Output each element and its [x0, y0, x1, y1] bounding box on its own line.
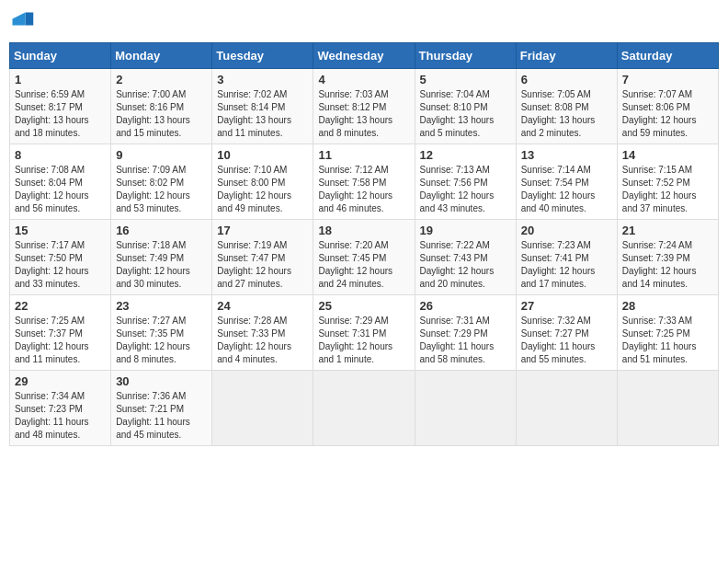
- day-info: Sunrise: 7:17 AMSunset: 7:50 PMDaylight:…: [15, 239, 106, 291]
- day-number: 4: [318, 73, 409, 86]
- day-number: 20: [521, 224, 612, 237]
- day-number: 7: [622, 73, 713, 86]
- calendar-day-cell: 11Sunrise: 7:12 AMSunset: 7:58 PMDayligh…: [313, 144, 415, 220]
- calendar-day-cell: 20Sunrise: 7:23 AMSunset: 7:41 PMDayligh…: [516, 220, 617, 295]
- weekday-header-sunday: Sunday: [10, 43, 111, 69]
- calendar-day-cell: [212, 371, 313, 446]
- day-number: 23: [116, 299, 207, 313]
- day-info: Sunrise: 7:32 AMSunset: 7:27 PMDaylight:…: [521, 315, 612, 366]
- day-info: Sunrise: 7:23 AMSunset: 7:41 PMDaylight:…: [521, 239, 612, 291]
- day-number: 29: [15, 374, 106, 388]
- day-number: 3: [217, 73, 308, 86]
- calendar-day-cell: 24Sunrise: 7:28 AMSunset: 7:33 PMDayligh…: [212, 295, 313, 371]
- page-header: [9, 9, 719, 35]
- day-info: Sunrise: 7:31 AMSunset: 7:29 PMDaylight:…: [420, 315, 511, 366]
- calendar-day-cell: 28Sunrise: 7:33 AMSunset: 7:25 PMDayligh…: [617, 295, 718, 371]
- calendar-header-row: SundayMondayTuesdayWednesdayThursdayFrid…: [10, 43, 719, 69]
- day-info: Sunrise: 7:28 AMSunset: 7:33 PMDaylight:…: [217, 315, 308, 366]
- calendar-day-cell: 15Sunrise: 7:17 AMSunset: 7:50 PMDayligh…: [10, 220, 111, 295]
- day-info: Sunrise: 7:05 AMSunset: 8:08 PMDaylight:…: [521, 88, 612, 140]
- weekday-header-tuesday: Tuesday: [212, 43, 313, 69]
- calendar-day-cell: 26Sunrise: 7:31 AMSunset: 7:29 PMDayligh…: [415, 295, 516, 371]
- day-info: Sunrise: 7:19 AMSunset: 7:47 PMDaylight:…: [217, 239, 308, 291]
- day-number: 28: [622, 299, 713, 313]
- day-info: Sunrise: 7:13 AMSunset: 7:56 PMDaylight:…: [420, 164, 511, 215]
- calendar-day-cell: 5Sunrise: 7:04 AMSunset: 8:10 PMDaylight…: [415, 69, 516, 144]
- calendar-day-cell: 2Sunrise: 7:00 AMSunset: 8:16 PMDaylight…: [111, 69, 212, 144]
- day-info: Sunrise: 7:29 AMSunset: 7:31 PMDaylight:…: [318, 315, 409, 366]
- svg-marker-0: [26, 13, 34, 26]
- day-number: 17: [217, 224, 308, 237]
- day-number: 19: [420, 224, 511, 237]
- calendar-day-cell: 13Sunrise: 7:14 AMSunset: 7:54 PMDayligh…: [516, 144, 617, 220]
- day-info: Sunrise: 7:36 AMSunset: 7:21 PMDaylight:…: [116, 390, 207, 442]
- day-number: 10: [217, 148, 308, 162]
- day-info: Sunrise: 7:18 AMSunset: 7:49 PMDaylight:…: [116, 239, 207, 291]
- day-number: 18: [318, 224, 409, 237]
- day-number: 22: [15, 299, 106, 313]
- day-number: 12: [420, 148, 511, 162]
- day-info: Sunrise: 7:08 AMSunset: 8:04 PMDaylight:…: [15, 164, 106, 215]
- day-number: 27: [521, 299, 612, 313]
- day-info: Sunrise: 6:59 AMSunset: 8:17 PMDaylight:…: [15, 88, 106, 140]
- calendar-day-cell: 4Sunrise: 7:03 AMSunset: 8:12 PMDaylight…: [313, 69, 415, 144]
- day-number: 16: [116, 224, 207, 237]
- day-info: Sunrise: 7:03 AMSunset: 8:12 PMDaylight:…: [318, 88, 409, 140]
- day-info: Sunrise: 7:34 AMSunset: 7:23 PMDaylight:…: [15, 390, 106, 442]
- day-number: 9: [116, 148, 207, 162]
- calendar-day-cell: 14Sunrise: 7:15 AMSunset: 7:52 PMDayligh…: [617, 144, 718, 220]
- day-info: Sunrise: 7:20 AMSunset: 7:45 PMDaylight:…: [318, 239, 409, 291]
- day-number: 8: [15, 148, 106, 162]
- weekday-header-thursday: Thursday: [415, 43, 516, 69]
- day-number: 21: [622, 224, 713, 237]
- day-info: Sunrise: 7:33 AMSunset: 7:25 PMDaylight:…: [622, 315, 713, 366]
- weekday-header-wednesday: Wednesday: [313, 43, 415, 69]
- day-info: Sunrise: 7:00 AMSunset: 8:16 PMDaylight:…: [116, 88, 207, 140]
- day-number: 6: [521, 73, 612, 86]
- calendar-day-cell: 22Sunrise: 7:25 AMSunset: 7:37 PMDayligh…: [10, 295, 111, 371]
- day-info: Sunrise: 7:09 AMSunset: 8:02 PMDaylight:…: [116, 164, 207, 215]
- calendar-table: SundayMondayTuesdayWednesdayThursdayFrid…: [9, 42, 719, 446]
- weekday-header-saturday: Saturday: [617, 43, 718, 69]
- day-number: 13: [521, 148, 612, 162]
- day-number: 11: [318, 148, 409, 162]
- calendar-week-row: 15Sunrise: 7:17 AMSunset: 7:50 PMDayligh…: [10, 220, 719, 295]
- calendar-day-cell: 9Sunrise: 7:09 AMSunset: 8:02 PMDaylight…: [111, 144, 212, 220]
- day-number: 30: [116, 374, 207, 388]
- calendar-day-cell: 23Sunrise: 7:27 AMSunset: 7:35 PMDayligh…: [111, 295, 212, 371]
- calendar-day-cell: 18Sunrise: 7:20 AMSunset: 7:45 PMDayligh…: [313, 220, 415, 295]
- day-number: 1: [15, 73, 106, 86]
- day-info: Sunrise: 7:15 AMSunset: 7:52 PMDaylight:…: [622, 164, 713, 215]
- day-info: Sunrise: 7:14 AMSunset: 7:54 PMDaylight:…: [521, 164, 612, 215]
- svg-marker-1: [13, 13, 26, 26]
- calendar-day-cell: 1Sunrise: 6:59 AMSunset: 8:17 PMDaylight…: [10, 69, 111, 144]
- calendar-day-cell: 25Sunrise: 7:29 AMSunset: 7:31 PMDayligh…: [313, 295, 415, 371]
- day-number: 5: [420, 73, 511, 86]
- calendar-day-cell: 27Sunrise: 7:32 AMSunset: 7:27 PMDayligh…: [516, 295, 617, 371]
- calendar-week-row: 29Sunrise: 7:34 AMSunset: 7:23 PMDayligh…: [10, 371, 719, 446]
- calendar-day-cell: [516, 371, 617, 446]
- calendar-day-cell: [617, 371, 718, 446]
- day-info: Sunrise: 7:07 AMSunset: 8:06 PMDaylight:…: [622, 88, 713, 140]
- calendar-day-cell: 8Sunrise: 7:08 AMSunset: 8:04 PMDaylight…: [10, 144, 111, 220]
- calendar-day-cell: 10Sunrise: 7:10 AMSunset: 8:00 PMDayligh…: [212, 144, 313, 220]
- calendar-week-row: 22Sunrise: 7:25 AMSunset: 7:37 PMDayligh…: [10, 295, 719, 371]
- day-info: Sunrise: 7:10 AMSunset: 8:00 PMDaylight:…: [217, 164, 308, 215]
- weekday-header-friday: Friday: [516, 43, 617, 69]
- logo-icon: [9, 9, 35, 35]
- day-info: Sunrise: 7:04 AMSunset: 8:10 PMDaylight:…: [420, 88, 511, 140]
- calendar-day-cell: 21Sunrise: 7:24 AMSunset: 7:39 PMDayligh…: [617, 220, 718, 295]
- calendar-week-row: 1Sunrise: 6:59 AMSunset: 8:17 PMDaylight…: [10, 69, 719, 144]
- calendar-day-cell: 29Sunrise: 7:34 AMSunset: 7:23 PMDayligh…: [10, 371, 111, 446]
- calendar-day-cell: 12Sunrise: 7:13 AMSunset: 7:56 PMDayligh…: [415, 144, 516, 220]
- day-number: 26: [420, 299, 511, 313]
- day-info: Sunrise: 7:12 AMSunset: 7:58 PMDaylight:…: [318, 164, 409, 215]
- day-info: Sunrise: 7:02 AMSunset: 8:14 PMDaylight:…: [217, 88, 308, 140]
- calendar-day-cell: 3Sunrise: 7:02 AMSunset: 8:14 PMDaylight…: [212, 69, 313, 144]
- day-number: 24: [217, 299, 308, 313]
- logo: [9, 9, 37, 35]
- day-info: Sunrise: 7:22 AMSunset: 7:43 PMDaylight:…: [420, 239, 511, 291]
- day-info: Sunrise: 7:25 AMSunset: 7:37 PMDaylight:…: [15, 315, 106, 366]
- calendar-day-cell: 16Sunrise: 7:18 AMSunset: 7:49 PMDayligh…: [111, 220, 212, 295]
- day-info: Sunrise: 7:24 AMSunset: 7:39 PMDaylight:…: [622, 239, 713, 291]
